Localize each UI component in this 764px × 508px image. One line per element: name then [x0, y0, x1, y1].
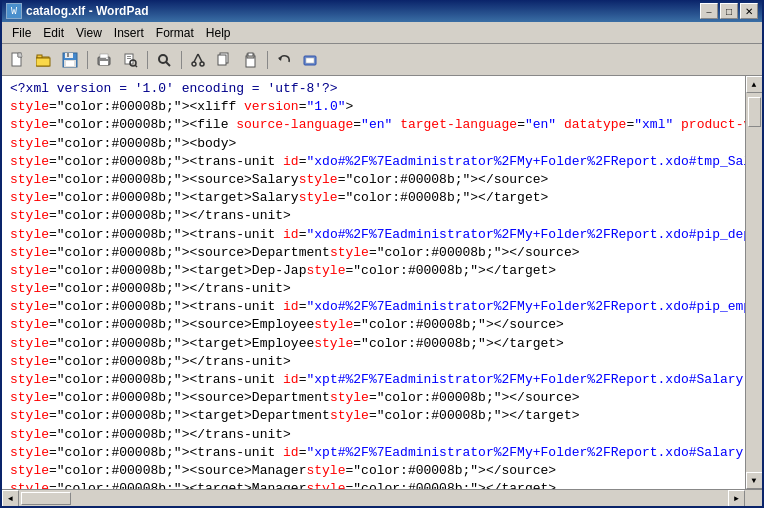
xml-line: style="color:#00008b;"><source>Managerst… — [10, 462, 737, 480]
copy-button[interactable] — [212, 48, 236, 72]
svg-rect-7 — [67, 53, 69, 57]
scroll-thumb[interactable] — [748, 97, 761, 127]
svg-rect-29 — [248, 53, 253, 56]
h-scroll-thumb[interactable] — [21, 492, 71, 505]
xml-line: style="color:#00008b;"></trans-unit> — [10, 280, 737, 298]
scroll-up-button[interactable]: ▲ — [746, 76, 763, 93]
xml-line: style="color:#00008b;"><target>Employees… — [10, 335, 737, 353]
svg-rect-12 — [100, 54, 108, 58]
main-window: W catalog.xlf - WordPad – □ ✕ File Edit … — [0, 0, 764, 508]
xml-line: style="color:#00008b;"></trans-unit> — [10, 207, 737, 225]
xml-line: style="color:#00008b;"><source>Departmen… — [10, 389, 737, 407]
svg-line-21 — [194, 54, 198, 62]
xml-line: style="color:#00008b;"><trans-unit id="x… — [10, 226, 737, 244]
menu-help[interactable]: Help — [200, 25, 237, 41]
xml-line: style="color:#00008b;"><source>Departmen… — [10, 244, 737, 262]
title-buttons: – □ ✕ — [700, 3, 758, 19]
special-button[interactable] — [298, 48, 322, 72]
xml-line: style="color:#00008b;"><trans-unit id="x… — [10, 298, 737, 316]
svg-rect-32 — [306, 58, 314, 63]
xml-line: style="color:#00008b;"><trans-unit id="x… — [10, 153, 737, 171]
scroll-right-button[interactable]: ► — [728, 490, 745, 507]
menu-insert[interactable]: Insert — [108, 25, 150, 41]
xml-line: style="color:#00008b;"><target>Salarysty… — [10, 189, 737, 207]
open-button[interactable] — [32, 48, 56, 72]
svg-rect-11 — [100, 61, 108, 65]
scroll-track[interactable] — [746, 93, 763, 472]
svg-marker-1 — [18, 53, 22, 57]
new-button[interactable] — [6, 48, 30, 72]
svg-point-23 — [192, 62, 196, 66]
xml-line: style="color:#00008b;"><xliff version="1… — [10, 98, 737, 116]
cut-button[interactable] — [186, 48, 210, 72]
xml-line: style="color:#00008b;"></trans-unit> — [10, 353, 737, 371]
menu-format[interactable]: Format — [150, 25, 200, 41]
xml-line: <?xml version = '1.0' encoding = 'utf-8'… — [10, 80, 737, 98]
vertical-scrollbar[interactable]: ▲ ▼ — [745, 76, 762, 489]
paste-button[interactable] — [238, 48, 262, 72]
horizontal-scrollbar[interactable]: ◄ ► — [2, 489, 762, 506]
undo-button[interactable] — [272, 48, 296, 72]
xml-line: style="color:#00008b;"><target>Departmen… — [10, 407, 737, 425]
xml-line: style="color:#00008b;"></trans-unit> — [10, 426, 737, 444]
svg-line-20 — [166, 62, 170, 66]
svg-line-22 — [198, 54, 202, 62]
xml-line: style="color:#00008b;"><source>Employees… — [10, 316, 737, 334]
menu-bar: File Edit View Insert Format Help — [2, 22, 762, 44]
menu-file[interactable]: File — [6, 25, 37, 41]
xml-line: style="color:#00008b;"><body> — [10, 135, 737, 153]
svg-rect-26 — [218, 55, 226, 65]
text-content[interactable]: <?xml version = '1.0' encoding = 'utf-8'… — [2, 76, 745, 489]
toolbar — [2, 44, 762, 76]
separator-1 — [84, 48, 90, 72]
svg-point-24 — [200, 62, 204, 66]
window-title: catalog.xlf - WordPad — [26, 4, 148, 18]
xml-line: style="color:#00008b;"><target>Managerst… — [10, 480, 737, 489]
xml-line: style="color:#00008b;"><source>Salarysty… — [10, 171, 737, 189]
print-preview-button[interactable] — [118, 48, 142, 72]
svg-marker-30 — [278, 56, 282, 61]
xml-line: style="color:#00008b;"><trans-unit id="x… — [10, 371, 737, 389]
maximize-button[interactable]: □ — [720, 3, 738, 19]
h-scroll-track[interactable] — [19, 490, 728, 507]
svg-line-18 — [135, 65, 137, 67]
separator-3 — [178, 48, 184, 72]
separator-4 — [264, 48, 270, 72]
scroll-down-button[interactable]: ▼ — [746, 472, 763, 489]
svg-rect-4 — [36, 58, 50, 66]
save-button[interactable] — [58, 48, 82, 72]
xml-line: style="color:#00008b;"><target>Dep-Japst… — [10, 262, 737, 280]
title-bar-left: W catalog.xlf - WordPad — [6, 3, 148, 19]
xml-line: style="color:#00008b;"><trans-unit id="x… — [10, 444, 737, 462]
title-bar: W catalog.xlf - WordPad – □ ✕ — [2, 0, 762, 22]
scroll-left-button[interactable]: ◄ — [2, 490, 19, 507]
scroll-corner — [745, 490, 762, 507]
xml-line: style="color:#00008b;"><file source-lang… — [10, 116, 737, 134]
minimize-button[interactable]: – — [700, 3, 718, 19]
menu-edit[interactable]: Edit — [37, 25, 70, 41]
find-button[interactable] — [152, 48, 176, 72]
close-button[interactable]: ✕ — [740, 3, 758, 19]
menu-view[interactable]: View — [70, 25, 108, 41]
separator-2 — [144, 48, 150, 72]
app-icon: W — [6, 3, 22, 19]
content-area: <?xml version = '1.0' encoding = 'utf-8'… — [2, 76, 762, 489]
svg-rect-9 — [66, 61, 74, 66]
svg-rect-16 — [127, 58, 131, 59]
svg-point-19 — [159, 55, 167, 63]
svg-rect-15 — [127, 56, 131, 57]
svg-rect-13 — [106, 58, 108, 59]
print-button[interactable] — [92, 48, 116, 72]
